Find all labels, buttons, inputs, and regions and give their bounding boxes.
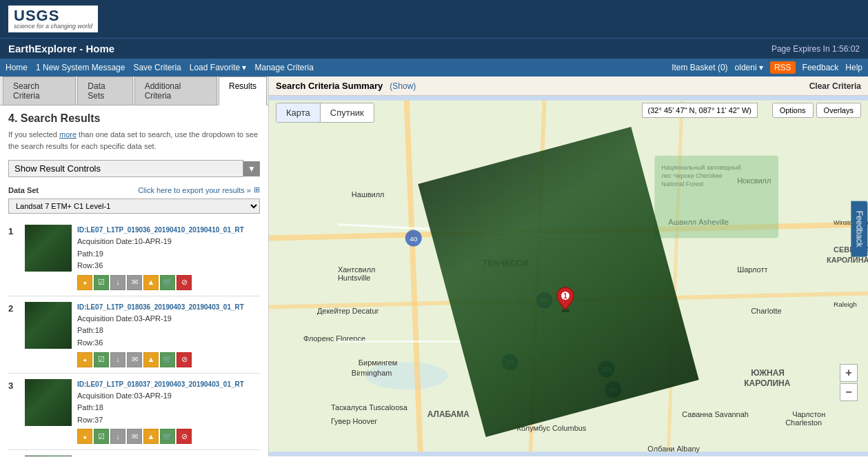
title-bar: EarthExplorer - Home Page Expires In 1:5… <box>0 38 868 59</box>
map-toolbar: Search Criteria Summary (Show) Clear Cri… <box>269 77 868 96</box>
map-type-carta[interactable]: Карта <box>276 103 321 122</box>
svg-text:40: 40 <box>410 235 418 243</box>
tab-results[interactable]: Results <box>219 77 267 105</box>
svg-text:Хантсвилл: Хантсвилл <box>338 266 376 274</box>
exclude-btn[interactable]: ⊘ <box>176 275 192 290</box>
nav-feedback[interactable]: Feedback <box>803 63 839 72</box>
map-overlays-btn[interactable]: Overlays <box>816 103 861 118</box>
nav-help[interactable]: Help <box>845 63 862 72</box>
zoom-in-btn[interactable]: + <box>840 364 858 382</box>
map-area[interactable]: Карта Спутник (32° 45' 47" N, 087° 11' 4… <box>269 96 868 456</box>
tab-search-criteria[interactable]: Search Criteria <box>3 77 76 105</box>
result-controls-select[interactable]: Show Result Controls <box>8 160 243 177</box>
nav-load-favorite[interactable]: Load Favorite ▾ <box>190 63 247 72</box>
result-controls-row: Show Result Controls ▼ <box>8 160 260 177</box>
svg-text:ЮЖНАЯ: ЮЖНАЯ <box>751 368 785 378</box>
nav-user[interactable]: oldeni ▾ <box>735 63 763 72</box>
download-btn[interactable]: ↓ <box>110 429 125 444</box>
map-type-controls: Карта Спутник <box>276 103 374 123</box>
footprint-btn[interactable]: ⬥ <box>77 275 92 290</box>
svg-text:Raleigh: Raleigh <box>834 301 857 308</box>
show-link[interactable]: (Show) <box>390 81 416 91</box>
nav-item-basket[interactable]: Item Basket (0) <box>672 63 727 72</box>
criteria-summary-label: Search Criteria Summary <box>276 81 383 91</box>
tab-data-sets[interactable]: Data Sets <box>77 77 132 105</box>
footprint-btn[interactable]: ⬥ <box>77 429 92 444</box>
email-btn[interactable]: ✉ <box>127 429 142 444</box>
svg-text:Birmingham: Birmingham <box>352 369 392 377</box>
svg-text:КАРОЛИНА: КАРОЛИНА <box>744 378 790 388</box>
bulk-add-btn[interactable]: ☑ <box>94 429 109 444</box>
result-actions: ⬥ ☑ ↓ ✉ ▲ 🛒 ⊘ <box>77 429 260 444</box>
footprint-btn[interactable]: ⬥ <box>77 352 92 367</box>
result-info: ID:LE07_L1TP_019036_20190410_20190410_01… <box>77 225 260 290</box>
cart-btn[interactable]: 🛒 <box>160 352 175 367</box>
cart-btn[interactable]: 🛒 <box>160 275 175 290</box>
download-btn[interactable]: ↓ <box>110 275 125 290</box>
svg-text:Гувер Hoover: Гувер Hoover <box>331 417 377 425</box>
page-expires: Page Expires In 1:56:02 <box>771 44 860 54</box>
nav-new-message[interactable]: 1 New System Message <box>36 63 125 72</box>
result-num: 4 <box>8 456 19 456</box>
bulk-add-btn[interactable]: ☑ <box>94 275 109 290</box>
svg-rect-45 <box>654 156 778 238</box>
result-controls-arrow[interactable]: ▼ <box>243 161 260 176</box>
email-btn[interactable]: ✉ <box>127 352 142 367</box>
feedback-tab[interactable]: Feedback <box>851 201 868 256</box>
map-options-btn[interactable]: Options <box>772 103 814 118</box>
svg-text:Декейтер Decatur: Декейтер Decatur <box>317 307 379 315</box>
result-acquisition: Acquisition Date:03-APR-19 <box>77 313 260 325</box>
result-id: ID:LE07_L1TP_018036_20190403_20190403_01… <box>77 302 260 313</box>
svg-text:Таскалуса Tuscaloosa: Таскалуса Tuscaloosa <box>331 403 408 412</box>
clear-criteria-btn[interactable]: Clear Criteria <box>809 81 861 91</box>
bulk-add-btn[interactable]: ☑ <box>94 352 109 367</box>
more-link[interactable]: more <box>59 130 77 139</box>
export-btn[interactable]: ▲ <box>143 275 159 290</box>
map-pin: 1 <box>556 286 575 316</box>
result-num: 3 <box>8 379 19 445</box>
map-options: Options Overlays <box>772 103 861 118</box>
result-thumb <box>25 379 72 426</box>
email-btn[interactable]: ✉ <box>127 275 142 290</box>
nav-bar: Home 1 New System Message Save Criteria … <box>0 59 868 77</box>
svg-text:Чарлстон: Чарлстон <box>792 410 825 418</box>
map-panel: Search Criteria Summary (Show) Clear Cri… <box>269 77 868 456</box>
result-thumb <box>25 456 72 456</box>
svg-text:Huntsville: Huntsville <box>338 274 371 282</box>
section-title: 4. Search Results <box>8 112 260 125</box>
download-btn[interactable]: ↓ <box>110 352 125 367</box>
result-path: Path:19 <box>77 248 260 261</box>
dataset-label: Data Set <box>8 186 39 194</box>
result-path: Path:18 <box>77 325 260 337</box>
export-link[interactable]: Click here to export your results » ⊞ <box>138 185 260 194</box>
nav-save-criteria[interactable]: Save Criteria <box>133 63 181 72</box>
cart-btn[interactable]: 🛒 <box>160 429 175 444</box>
usgs-logo-box: USGS science for a changing world <box>8 6 98 32</box>
exclude-btn[interactable]: ⊘ <box>176 352 192 367</box>
nav-rss[interactable]: RSS <box>770 61 796 74</box>
svg-text:1: 1 <box>563 292 567 300</box>
left-panel: Search Criteria Data Sets Additional Cri… <box>0 77 269 456</box>
zoom-out-btn[interactable]: − <box>840 383 858 401</box>
svg-text:Шарлотт: Шарлотт <box>737 266 767 274</box>
nav-home[interactable]: Home <box>6 63 28 72</box>
exclude-btn[interactable]: ⊘ <box>176 429 192 444</box>
result-num: 2 <box>8 302 19 367</box>
nav-manage-criteria[interactable]: Manage Criteria <box>255 63 314 72</box>
main-layout: Search Criteria Data Sets Additional Cri… <box>0 77 868 456</box>
map-coords: (32° 45' 47" N, 087° 11' 42" W) <box>642 103 758 118</box>
result-thumb <box>25 225 72 272</box>
zoom-controls: + − <box>840 364 858 401</box>
export-btn[interactable]: ▲ <box>143 429 159 444</box>
usgs-header: USGS science for a changing world <box>0 0 868 38</box>
result-info: ID:LE07_L1TP_018036_20190318_20190413_01… <box>77 456 260 456</box>
dataset-row: Data Set Click here to export your resul… <box>8 185 260 194</box>
dataset-select[interactable]: Landsat 7 ETM+ C1 Level-1 <box>8 199 260 214</box>
result-info: ID:LE07_L1TP_018036_20190403_20190403_01… <box>77 302 260 367</box>
tab-additional-criteria[interactable]: Additional Criteria <box>134 77 217 105</box>
svg-text:Charlotte: Charlotte <box>751 307 782 315</box>
result-info: ID:LE07_L1TP_018037_20190403_20190403_01… <box>77 379 260 445</box>
result-row: Row:37 <box>77 414 260 427</box>
map-type-satellite[interactable]: Спутник <box>321 103 374 122</box>
export-btn[interactable]: ▲ <box>143 352 159 367</box>
